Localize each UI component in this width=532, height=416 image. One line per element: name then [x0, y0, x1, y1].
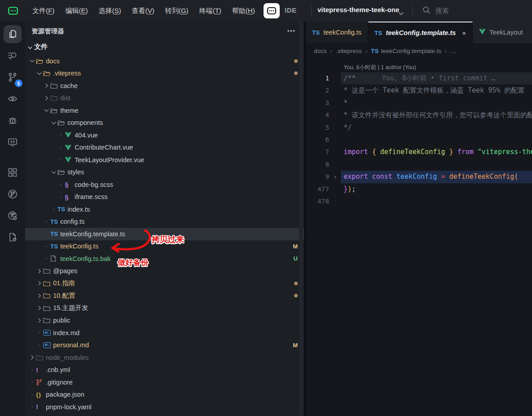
chevron-right-icon	[35, 305, 43, 310]
tree-item-styles[interactable]: styles	[25, 166, 304, 179]
tab-teekConfig.template.ts[interactable]: TSteekConfig.template.ts×	[368, 22, 473, 43]
tree-item-.gitignore[interactable]: .gitignore	[25, 376, 304, 389]
tree-item-404.vue[interactable]: 404.vue	[25, 129, 304, 142]
file-label: components	[67, 119, 103, 126]
tree-indent-dot	[28, 381, 36, 383]
breadcrumb-label: …	[451, 48, 457, 54]
tree-item-01.[interactable]: 01.指南	[25, 277, 304, 290]
code-line-478[interactable]: 478	[306, 195, 532, 208]
project-title[interactable]: vitepress-theme-teek-one	[317, 6, 399, 13]
tree-item-docs[interactable]: docs	[25, 55, 304, 67]
close-icon[interactable]: ×	[462, 29, 466, 37]
tree-indent-dot	[35, 345, 43, 346]
menu-item-h[interactable]: 帮助(H)	[228, 5, 259, 17]
source-control-icon[interactable]: 5	[4, 68, 22, 86]
breadcrumb-item[interactable]: …	[451, 48, 457, 54]
tree-item-TeekLayoutProvider.vue[interactable]: TeekLayoutProvider.vue	[25, 154, 304, 166]
files-section-header[interactable]: 文件	[25, 40, 304, 53]
tree-item-.cnb.yml[interactable]: !.cnb.yml	[25, 364, 304, 376]
code-line-4[interactable]: 4 * 该文件并没有被外部任何文件引用，您可以参考这个里面的配置	[306, 109, 532, 121]
tree-item-theme[interactable]: theme	[25, 104, 304, 117]
code-line-477[interactable]: 477});	[306, 183, 532, 195]
tree-item-components[interactable]: components	[25, 117, 304, 129]
code-text	[341, 195, 532, 208]
tree-item-ContributeChart.vue[interactable]: ContributeChart.vue	[25, 142, 304, 154]
code-line-2[interactable]: 2 * 这是一个 Teek 配置文件模板，涵盖 Teek 95% 的配置	[306, 84, 532, 97]
app-logo-icon[interactable]	[7, 5, 19, 17]
chevron-down-icon[interactable]	[398, 9, 404, 17]
code-area[interactable]: You, 8小时前 | 1 author (You) 1/**You, 8小时前…	[306, 58, 532, 416]
breadcrumb-item[interactable]: docs	[314, 48, 327, 54]
code-line-3[interactable]: 3 *	[306, 97, 532, 109]
breadcrumb[interactable]: docs›.vitepress›TSteekConfig.template.ts…	[306, 43, 532, 58]
code-line-6[interactable]: 6	[306, 134, 532, 146]
menu-item-s[interactable]: 选择(S)	[95, 5, 125, 17]
remote-window-icon[interactable]	[4, 133, 22, 151]
folder-icon	[43, 292, 53, 299]
tree-item-index.md[interactable]: M↓index.md	[25, 327, 304, 339]
search-input[interactable]: 搜索	[422, 5, 449, 16]
code-line-5[interactable]: 5 */	[306, 122, 532, 134]
tree-item-code-bg.scss[interactable]: §code-bg.scss	[25, 178, 304, 191]
menu-item-f[interactable]: 文件(F)	[29, 5, 58, 17]
git-graph-icon[interactable]	[4, 185, 22, 203]
breadcrumb-item[interactable]: TSteekConfig.template.ts	[371, 48, 442, 54]
line-number: 6	[306, 134, 329, 146]
menu-item-v[interactable]: 查看(V)	[128, 5, 158, 17]
code-line-9[interactable]: 9›export const teekConfig = defineTeekCo…	[306, 171, 532, 183]
code-line-8[interactable]: 8	[306, 159, 532, 171]
line-number: 8	[306, 159, 329, 171]
menu-item-g[interactable]: 转到(G)	[161, 5, 192, 17]
line-number: 9	[306, 171, 329, 183]
tree-item-15.[interactable]: 15.主题开发	[25, 302, 304, 314]
eye-icon[interactable]	[4, 90, 22, 108]
search-filter-icon[interactable]	[4, 47, 22, 65]
tree-indent-dot	[57, 184, 65, 185]
tree-item-10.[interactable]: 10.配置	[25, 290, 304, 302]
git-search-icon[interactable]	[4, 207, 22, 225]
folder-icon	[58, 119, 67, 126]
chevron-right-icon	[35, 281, 43, 286]
fold-gutter	[329, 72, 341, 84]
code-line-1[interactable]: 1/**You, 8小时前 • first commit …	[306, 72, 532, 84]
tab-teekConfig.ts[interactable]: TSteekConfig.ts	[306, 22, 368, 43]
breadcrumb-item[interactable]: .vitepress	[336, 48, 362, 54]
tree-item-node_modules[interactable]: node_modules	[25, 351, 304, 364]
tree-item-personal.md[interactable]: M↓personal.mdM	[25, 339, 304, 352]
code-token: * 这是一个 Teek 配置文件模板，涵盖 Teek 95% 的配置	[344, 86, 525, 94]
code-token: teekConfig	[396, 173, 437, 181]
tree-item-pnpm-lock.yaml[interactable]: !pnpm-lock.yaml	[25, 401, 304, 413]
explorer-icon[interactable]	[4, 25, 22, 43]
menu-item-e[interactable]: 编辑(E)	[62, 5, 91, 17]
code-token: defineTeekConfig	[376, 148, 449, 156]
runner-settings-icon[interactable]	[4, 228, 22, 246]
tree-item-dist[interactable]: dist	[25, 92, 304, 105]
tree-item-index.ts[interactable]: TSindex.ts	[25, 203, 304, 216]
tree-item-cache[interactable]: cache	[25, 80, 304, 92]
tree-item-@pages[interactable]: @pages	[25, 265, 304, 278]
code-token: "vitepress-theme-teek";	[478, 148, 532, 156]
activity-bar: 5	[0, 22, 25, 416]
tree-indent-dot	[28, 394, 36, 395]
tree-item-iframe.scss[interactable]: §iframe.scss	[25, 191, 304, 204]
tab-TeekLayout[interactable]: TeekLayout	[473, 22, 532, 43]
tree-item-public[interactable]: public	[25, 314, 304, 327]
code-token: *	[344, 99, 348, 107]
file-label: pnpm-lock.yaml	[46, 403, 92, 411]
sidebar-scrollbar[interactable]	[299, 22, 303, 416]
menu-item-t[interactable]: 终端(T)	[196, 5, 225, 17]
more-actions-icon[interactable]: ⋯	[287, 26, 296, 36]
file-label: theme	[60, 107, 78, 114]
debug-icon[interactable]	[4, 111, 22, 129]
tree-item-teekConfig.ts.bak[interactable]: teekConfig.ts.bakU	[25, 252, 304, 265]
ts-file-icon: TS	[58, 206, 67, 212]
tree-item-config.ts[interactable]: TSconfig.ts	[25, 216, 304, 228]
code-line-7[interactable]: 7import { defineTeekConfig } from "vitep…	[306, 146, 532, 158]
fold-gutter	[329, 195, 341, 208]
tree-item-package.json[interactable]: {}package.json	[25, 389, 304, 401]
fold-chevron-icon[interactable]: ›	[329, 171, 341, 183]
extensions-icon[interactable]	[4, 164, 22, 181]
tree-item-.vitepress[interactable]: .vitepress	[25, 67, 304, 80]
code-text: */	[341, 122, 532, 134]
ide-button[interactable]	[264, 3, 280, 18]
